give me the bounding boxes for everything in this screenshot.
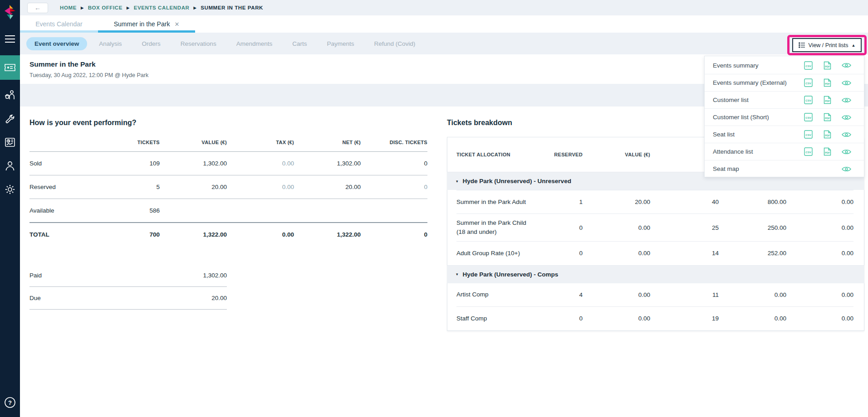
svg-text:CSV: CSV	[805, 116, 811, 119]
cell: 1,302.00	[160, 152, 227, 175]
subtab-orders[interactable]: Orders	[134, 37, 169, 50]
cell: 0.00	[786, 307, 853, 330]
cell	[227, 199, 294, 223]
list-icon	[799, 42, 805, 48]
preview-eye-icon[interactable]	[842, 95, 851, 105]
svg-text:PDF: PDF	[825, 82, 830, 85]
sidebar-item-customers[interactable]	[0, 154, 20, 178]
view-print-dropdown: Events summary CSV PDF Events summary (E…	[704, 56, 864, 177]
subtab-carts[interactable]: Carts	[284, 37, 315, 50]
breadcrumb-events-calendar[interactable]: EVENTS CALENDAR	[134, 5, 190, 10]
tab-bar: Events Calendar Summer in the Park ✕	[20, 15, 868, 33]
subtab-event-overview[interactable]: Event overview	[26, 37, 87, 50]
sidebar: ?	[0, 0, 20, 417]
csv-file-icon[interactable]: CSV	[804, 61, 813, 70]
col-tickets: TICKETS	[107, 140, 160, 152]
csv-file-icon[interactable]: CSV	[804, 78, 813, 87]
preview-eye-icon[interactable]	[842, 130, 851, 139]
breadcrumb-home[interactable]: HOME	[60, 5, 77, 10]
subtab-bar: Event overview Analysis Orders Reservati…	[20, 33, 868, 54]
ticket-name: Summer in the Park Child (18 and under)	[456, 214, 531, 242]
back-button[interactable]: ←	[27, 3, 48, 13]
menu-icon[interactable]	[0, 27, 20, 51]
preview-eye-icon[interactable]	[842, 164, 851, 174]
cell: 0.00	[583, 307, 650, 330]
ticket-name: Artist Comp	[456, 283, 531, 307]
dropdown-item-label[interactable]: Attendance list	[713, 148, 804, 155]
collapse-caret-icon[interactable]: ▾	[456, 179, 458, 184]
pdf-file-icon[interactable]: PDF	[823, 95, 832, 105]
breadcrumb-current: SUMMER IN THE PARK	[201, 5, 263, 10]
preview-eye-icon[interactable]	[842, 147, 851, 156]
ticketsolve-logo-icon	[2, 4, 18, 21]
subtab-amendments[interactable]: Amendments	[228, 37, 281, 50]
cell: 4	[531, 283, 583, 307]
col-value: VALUE (€)	[583, 137, 650, 172]
sidebar-item-tickets[interactable]	[0, 55, 20, 80]
caret-up-icon: ▲	[852, 43, 856, 48]
dropdown-item-label[interactable]: Customer list	[713, 97, 804, 103]
subtab-reservations[interactable]: Reservations	[172, 37, 225, 50]
cell: 1,322.00	[294, 223, 361, 246]
paid-due-table: Paid 1,302.00 Due 20.00	[29, 264, 227, 310]
cell: 1,302.00	[294, 152, 361, 175]
breakdown-rows-table: Artist Comp 4 0.00 11 0.00 0.00 Staff Co…	[456, 283, 853, 330]
svg-text:CSV: CSV	[805, 99, 811, 102]
breadcrumb-bar: ← HOME ▶ BOX OFFICE ▶ EVENTS CALENDAR ▶ …	[20, 0, 868, 15]
table-row-due: Due 20.00	[29, 287, 227, 310]
cell: 25	[650, 214, 719, 242]
close-icon[interactable]: ✕	[174, 21, 179, 28]
csv-file-icon[interactable]: CSV	[804, 95, 813, 105]
svg-text:PDF: PDF	[825, 151, 830, 154]
table-row-adult-group: Adult Group Rate (10+) 0 0.00 14 252.00 …	[456, 242, 853, 265]
dropdown-item-label[interactable]: Events summary	[713, 62, 804, 69]
csv-file-icon[interactable]: CSV	[804, 130, 813, 139]
pdf-file-icon[interactable]: PDF	[823, 78, 832, 87]
preview-eye-icon[interactable]	[842, 61, 851, 70]
tab-summer-in-the-park[interactable]: Summer in the Park ✕	[98, 15, 195, 33]
help-icon[interactable]: ?	[0, 391, 20, 414]
cell: 1	[531, 190, 583, 214]
group-label: Hyde Park (Unreserved) - Comps	[463, 271, 559, 278]
dropdown-item-label[interactable]: Seat list	[713, 131, 804, 138]
dropdown-item-label[interactable]: Events summary (External)	[713, 79, 804, 86]
cell	[294, 199, 361, 223]
dropdown-item-label[interactable]: Seat map	[713, 165, 804, 172]
table-row-paid: Paid 1,302.00	[29, 264, 227, 287]
csv-file-icon[interactable]: CSV	[804, 147, 813, 156]
sidebar-item-box-office[interactable]	[0, 83, 20, 107]
breakdown-rows-table: Summer in the Park Adult 1 20.00 40 800.…	[456, 190, 853, 265]
pdf-file-icon[interactable]: PDF	[823, 112, 832, 122]
sidebar-item-tools[interactable]	[0, 107, 20, 131]
row-label: Reserved	[29, 175, 107, 199]
cell: 0.00	[227, 152, 294, 175]
preview-eye-icon[interactable]	[842, 78, 851, 87]
subtab-analysis[interactable]: Analysis	[91, 37, 130, 50]
pdf-file-icon[interactable]: PDF	[823, 130, 832, 139]
pdf-file-icon[interactable]: PDF	[823, 147, 832, 156]
breadcrumb-box-office[interactable]: BOX OFFICE	[88, 5, 123, 10]
col-reserved: RESERVED	[531, 137, 583, 172]
cell: 0	[531, 214, 583, 242]
dropdown-item-label[interactable]: Customer list (Short)	[713, 114, 804, 121]
preview-eye-icon[interactable]	[842, 112, 851, 122]
pdf-file-icon[interactable]: PDF	[823, 61, 832, 70]
dropdown-item-attendance-list: Attendance list CSV PDF	[705, 143, 864, 160]
subtab-payments[interactable]: Payments	[319, 37, 362, 50]
dropdown-item-events-summary: Events summary CSV PDF	[705, 57, 864, 74]
sidebar-item-settings[interactable]	[0, 178, 20, 201]
subtab-refund-covid[interactable]: Refund (Covid)	[366, 37, 423, 50]
view-print-lists-button[interactable]: View / Print lists ▲	[792, 38, 862, 52]
svg-text:CSV: CSV	[805, 82, 811, 85]
csv-file-icon[interactable]: CSV	[804, 112, 813, 122]
row-label: Paid	[29, 264, 107, 287]
cell: 0.00	[227, 175, 294, 199]
table-row-available: Available 586	[29, 199, 427, 223]
ticket-name: Adult Group Rate (10+)	[456, 242, 531, 265]
row-label: Due	[29, 287, 107, 310]
sidebar-item-reports[interactable]	[0, 131, 20, 154]
collapse-caret-icon[interactable]: ▾	[456, 272, 458, 276]
group-label: Hyde Park (Unreserved) - Unreserved	[463, 178, 571, 184]
tab-events-calendar[interactable]: Events Calendar	[20, 15, 98, 33]
group-row-comps[interactable]: ▾ Hyde Park (Unreserved) - Comps	[447, 265, 864, 283]
